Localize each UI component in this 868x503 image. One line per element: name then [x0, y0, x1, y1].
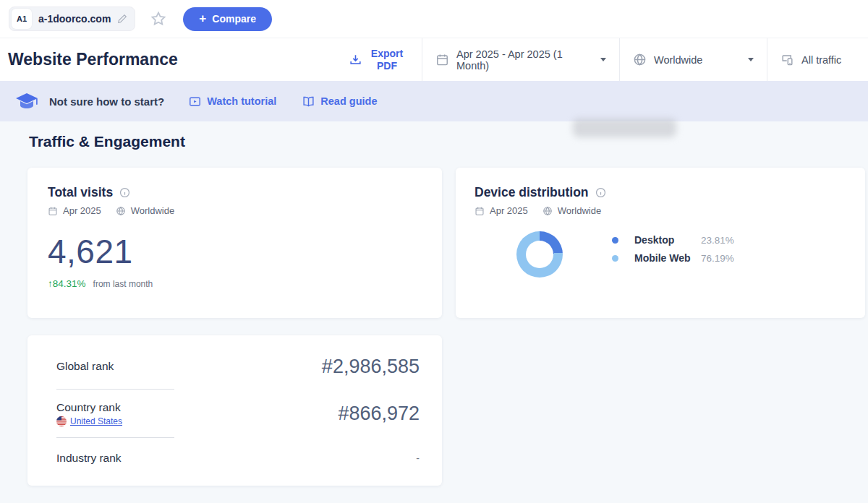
desktop-legend-dot: [612, 237, 618, 244]
read-guide-link[interactable]: Read guide: [302, 95, 377, 108]
watch-tutorial-link[interactable]: Watch tutorial: [189, 95, 276, 108]
graduation-cap-icon: [14, 92, 39, 111]
region-selector[interactable]: Worldwide: [619, 38, 767, 81]
region-value: Worldwide: [654, 54, 702, 66]
device-distribution-donut-chart: [516, 231, 563, 278]
info-icon[interactable]: [595, 187, 606, 198]
video-icon: [189, 95, 201, 108]
device-legend: Desktop 23.81% Mobile Web 76.19%: [612, 234, 734, 264]
global-rank-label: Global rank: [56, 360, 114, 373]
info-icon[interactable]: [119, 187, 130, 198]
device-distribution-region: Worldwide: [558, 205, 601, 216]
total-visits-value: 4,621: [48, 232, 422, 271]
us-flag-icon: [56, 416, 67, 426]
read-guide-label: Read guide: [320, 95, 377, 107]
device-distribution-title: Device distribution: [475, 185, 589, 200]
ranks-card: Global rank #2,986,585 Country rank Uni: [27, 335, 442, 486]
traffic-filter-value: All traffic: [801, 54, 841, 66]
download-icon: [349, 53, 362, 66]
mobile-web-legend-dot: [612, 255, 618, 262]
change-note: from last month: [93, 279, 153, 289]
calendar-icon: [48, 206, 58, 216]
globe-icon: [633, 53, 647, 66]
device-distribution-date: Apr 2025: [490, 205, 528, 216]
country-rank-value: #866,972: [338, 403, 420, 425]
country-rank-label: Country rank: [56, 401, 122, 414]
blurred-artifact: [573, 119, 676, 137]
calendar-icon: [475, 206, 485, 216]
country-link[interactable]: United States: [56, 416, 122, 426]
global-rank-value: #2,986,585: [322, 356, 420, 378]
desktop-label: Desktop: [634, 234, 701, 246]
date-range-value: Apr 2025 - Apr 2025 (1 Month): [456, 48, 590, 72]
domain-name: a-1doorco.com: [38, 13, 111, 25]
onboarding-banner: Not sure how to start? Watch tutorial Re…: [0, 81, 868, 121]
plus-icon: +: [199, 12, 206, 25]
date-range-picker[interactable]: Apr 2025 - Apr 2025 (1 Month): [422, 38, 619, 81]
traffic-filter[interactable]: All traffic: [767, 38, 868, 81]
industry-rank-label: Industry rank: [56, 452, 122, 465]
compare-button-label: Compare: [212, 13, 256, 25]
total-visits-card: Total visits Apr 2025 Worldwide 4,621 ↑8…: [27, 168, 442, 318]
book-icon: [302, 95, 315, 108]
legend-item-mobile-web: Mobile Web 76.19%: [612, 252, 734, 264]
change-percent: ↑84.31%: [48, 278, 86, 289]
edit-icon[interactable]: [117, 14, 127, 24]
desktop-value: 23.81%: [701, 235, 734, 246]
devices-icon: [780, 53, 794, 66]
site-favicon: A1: [12, 9, 32, 29]
page-header: Website Performance Export PDF Apr 2025 …: [0, 38, 868, 81]
favorite-star-icon[interactable]: [150, 10, 167, 27]
globe-icon: [116, 206, 126, 216]
export-pdf-button[interactable]: Export PDF: [333, 38, 422, 81]
section-title: Traffic & Engagement: [29, 133, 185, 150]
chevron-down-icon: [748, 58, 754, 61]
legend-item-desktop: Desktop 23.81%: [612, 234, 734, 246]
calendar-icon: [435, 53, 449, 66]
country-rank-row: Country rank United States #866,972: [56, 390, 420, 437]
main-content: Traffic & Engagement Total visits Apr 20…: [0, 121, 868, 503]
total-visits-region: Worldwide: [131, 205, 174, 216]
mobile-web-label: Mobile Web: [634, 252, 701, 264]
chevron-down-icon: [600, 58, 606, 61]
domain-selector[interactable]: A1 a-1doorco.com: [9, 7, 135, 31]
top-bar: A1 a-1doorco.com + Compare: [0, 0, 868, 38]
device-distribution-card: Device distribution Apr 2025 Worldwide D…: [456, 168, 865, 318]
industry-rank-value: -: [416, 452, 420, 464]
banner-message: Not sure how to start?: [49, 95, 164, 108]
globe-icon: [542, 206, 553, 216]
mobile-web-value: 76.19%: [701, 253, 734, 264]
total-visits-title: Total visits: [48, 185, 113, 200]
industry-rank-row: Industry rank -: [56, 438, 420, 478]
page-title: Website Performance: [0, 50, 333, 69]
country-link-label: United States: [70, 416, 122, 426]
global-rank-row: Global rank #2,986,585: [56, 344, 420, 389]
export-pdf-label: Export PDF: [368, 48, 406, 72]
watch-tutorial-label: Watch tutorial: [207, 95, 276, 107]
donut-hole: [526, 241, 553, 268]
compare-button[interactable]: + Compare: [183, 7, 272, 31]
total-visits-date: Apr 2025: [63, 205, 101, 216]
